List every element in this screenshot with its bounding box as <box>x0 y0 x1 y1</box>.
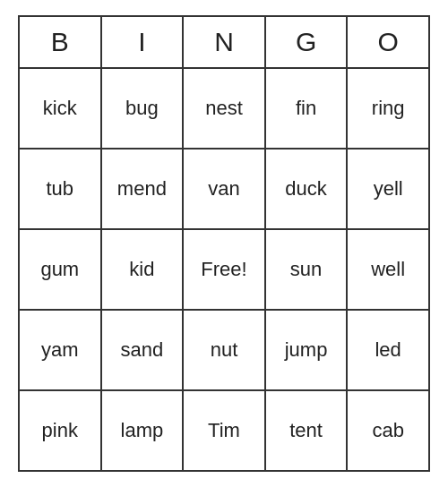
bingo-cell-2-2: mend <box>102 150 185 228</box>
bingo-cell-3-3: Free! <box>184 230 266 309</box>
bingo-cell-2-4: duck <box>266 150 349 228</box>
bingo-cell-5-2: lamp <box>102 391 185 470</box>
bingo-cell-4-5: led <box>348 311 428 389</box>
bingo-cell-2-5: yell <box>348 150 428 228</box>
header-row: BINGO <box>20 17 428 69</box>
bingo-cell-5-4: tent <box>266 391 349 470</box>
bingo-row-5: pinklampTimtentcab <box>20 391 428 470</box>
bingo-cell-1-1: kick <box>20 69 102 148</box>
bingo-cell-1-2: bug <box>102 69 185 148</box>
bingo-row-1: kickbugnestfinring <box>20 69 428 150</box>
bingo-row-2: tubmendvanduckyell <box>20 150 428 230</box>
bingo-row-3: gumkidFree!sunwell <box>20 230 428 311</box>
header-cell-b: B <box>20 17 102 67</box>
header-cell-g: G <box>266 17 349 67</box>
bingo-cell-4-4: jump <box>266 311 349 389</box>
bingo-card: BINGO kickbugnestfinringtubmendvanduckye… <box>18 15 430 472</box>
bingo-row-4: yamsandnutjumpled <box>20 311 428 391</box>
header-cell-i: I <box>102 17 185 67</box>
bingo-cell-4-3: nut <box>184 311 266 389</box>
bingo-cell-4-1: yam <box>20 311 102 389</box>
bingo-cell-5-5: cab <box>348 391 428 470</box>
bingo-cell-3-2: kid <box>102 230 185 309</box>
bingo-cell-1-4: fin <box>266 69 349 148</box>
header-cell-o: O <box>348 17 428 67</box>
header-cell-n: N <box>184 17 266 67</box>
bingo-cell-3-5: well <box>348 230 428 309</box>
bingo-cell-1-5: ring <box>348 69 428 148</box>
bingo-cell-5-1: pink <box>20 391 102 470</box>
bingo-cell-5-3: Tim <box>184 391 266 470</box>
bingo-cell-3-1: gum <box>20 230 102 309</box>
bingo-cell-4-2: sand <box>102 311 185 389</box>
bingo-cell-1-3: nest <box>184 69 266 148</box>
bingo-cell-2-3: van <box>184 150 266 228</box>
bingo-cell-2-1: tub <box>20 150 102 228</box>
bingo-cell-3-4: sun <box>266 230 349 309</box>
